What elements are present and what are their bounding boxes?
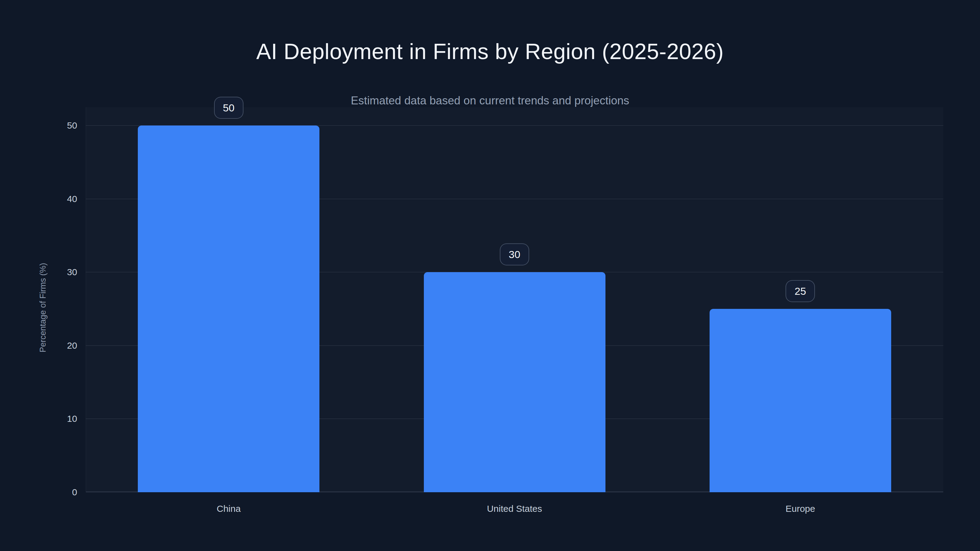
chart-canvas: AI Deployment in Firms by Region (2025-2… xyxy=(0,0,980,551)
chart-subtitle: Estimated data based on current trends a… xyxy=(0,95,980,106)
y-tick-label-30: 30 xyxy=(52,267,77,277)
y-tick-label-10: 10 xyxy=(52,414,77,424)
y-tick-label-50: 50 xyxy=(52,121,77,130)
bar-europe[interactable] xyxy=(710,309,891,492)
y-tick-label-20: 20 xyxy=(52,341,77,351)
y-tick-label-40: 40 xyxy=(52,194,77,204)
y-axis-title: Percentage of Firms (%) xyxy=(38,263,48,353)
x-axis-label-europe: Europe xyxy=(786,503,815,514)
x-axis-label-united-states: United States xyxy=(487,503,542,514)
chart-title: AI Deployment in Firms by Region (2025-2… xyxy=(0,40,980,62)
value-badge-united-states: 30 xyxy=(500,243,529,265)
bar-united-states[interactable] xyxy=(424,272,605,492)
x-axis-label-china: China xyxy=(216,503,240,514)
y-tick-label-0: 0 xyxy=(52,487,77,497)
value-badge-europe: 25 xyxy=(786,280,815,302)
bar-china[interactable] xyxy=(138,125,320,492)
value-badge-china: 50 xyxy=(214,97,243,119)
